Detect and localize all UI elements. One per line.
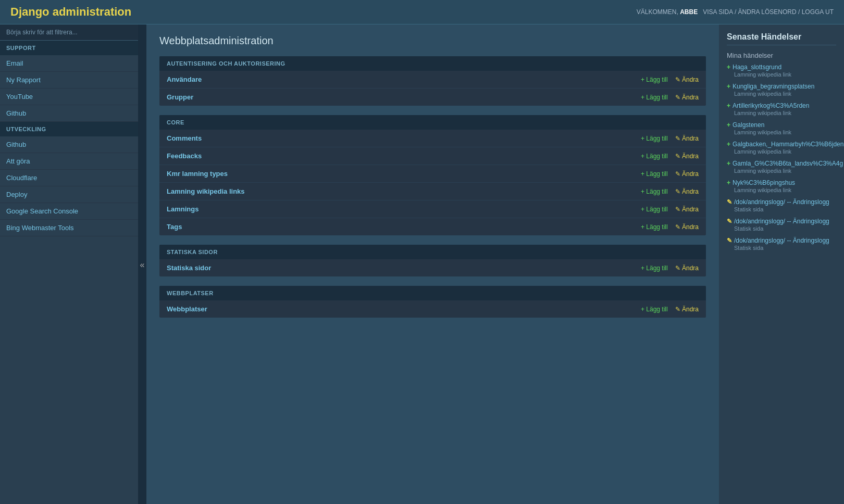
recent-title: Senaste Händelser	[727, 32, 836, 45]
lamning-wikipedia-links-edit-link[interactable]: ✎ Ändra	[675, 188, 699, 195]
grupper-add-link[interactable]: + Lägg till	[641, 94, 668, 101]
lamnings-actions: + Lägg till ✎ Ändra	[641, 206, 699, 213]
comments-edit-link[interactable]: ✎ Ändra	[675, 135, 699, 142]
statiska-sidor-edit-link[interactable]: ✎ Ändra	[675, 264, 699, 272]
kmr-lamning-types-actions: + Lägg till ✎ Ändra	[641, 170, 699, 178]
andra-losenord-link[interactable]: ÄNDRA LÖSENORD	[738, 8, 797, 16]
recent-item-sub-8: Statisk sida	[734, 206, 836, 212]
feedbacks-edit-link[interactable]: ✎ Ändra	[675, 153, 699, 160]
logga-ut-link[interactable]: LOGGA UT	[802, 8, 834, 16]
my-actions-title: Mina händelser	[727, 52, 836, 59]
sidebar-item-deploy[interactable]: Deploy	[0, 186, 138, 203]
statiska-sidor-actions: + Lägg till ✎ Ändra	[641, 264, 699, 272]
recent-item-name-2: Kungliga_begravningsplatsen	[733, 83, 814, 90]
sidebar-item-cloudflare[interactable]: Cloudflare	[0, 170, 138, 186]
webbplatser-edit-link[interactable]: ✎ Ändra	[675, 306, 699, 313]
anvandare-actions: + Lägg till ✎ Ändra	[641, 76, 699, 83]
lamnings-label[interactable]: Lamnings	[167, 205, 198, 213]
row-webbplatser: Webbplatser + Lägg till ✎ Ändra	[159, 300, 706, 318]
recent-item-sub-6: Lamning wikipedia link	[734, 168, 836, 174]
add-icon-3: +	[727, 102, 730, 109]
lamning-wikipedia-links-label[interactable]: Lamning wikipedia links	[167, 187, 245, 195]
add-icon-7: +	[727, 179, 730, 186]
grupper-label[interactable]: Grupper	[167, 93, 193, 101]
recent-item-link-7[interactable]: + Nyk%C3%B6pingshus	[727, 179, 836, 186]
webbplatser-add-link[interactable]: + Lägg till	[641, 306, 668, 313]
recent-item-sub-2: Lamning wikipedia link	[734, 91, 836, 97]
recent-item-name-3: Artillerikyrkog%C3%A5rden	[733, 102, 809, 109]
recent-item-sub-7: Lamning wikipedia link	[734, 187, 836, 193]
tags-edit-link[interactable]: ✎ Ändra	[675, 223, 699, 231]
recent-item-link-5[interactable]: + Galgbacken,_Hammarbyh%C3%B6jden	[727, 141, 836, 148]
username: ABBE	[680, 8, 698, 16]
sidebar-item-youtube[interactable]: YouTube	[0, 89, 138, 105]
statiska-sidor-label[interactable]: Statiska sidor	[167, 264, 211, 272]
filter-input[interactable]	[0, 24, 138, 41]
comments-add-link[interactable]: + Lägg till	[641, 135, 668, 142]
edit-icon-10: ✎	[727, 237, 732, 244]
add-icon-1: +	[727, 64, 730, 71]
section-statiska: STATISKA SIDOR Statiska sidor + Lägg til…	[159, 245, 706, 276]
feedbacks-add-link[interactable]: + Lägg till	[641, 153, 668, 160]
anvandare-edit-link[interactable]: ✎ Ändra	[675, 76, 699, 83]
recent-item-link-10[interactable]: ✎ /dok/andringslogg/ -- Ändringslogg	[727, 237, 836, 244]
kmr-lamning-types-edit-link[interactable]: ✎ Ändra	[675, 170, 699, 178]
recent-item-name-5: Galgbacken,_Hammarbyh%C3%B6jden	[733, 141, 843, 148]
tags-add-link[interactable]: + Lägg till	[641, 223, 668, 231]
recent-item-link-8[interactable]: ✎ /dok/andringslogg/ -- Ändringslogg	[727, 198, 836, 206]
recent-item-link-2[interactable]: + Kungliga_begravningsplatsen	[727, 83, 836, 90]
recent-item-name-1: Haga_slottsgrund	[733, 64, 781, 71]
sidebar-item-ny-rapport[interactable]: Ny Rapport	[0, 72, 138, 89]
add-icon-5: +	[727, 141, 730, 148]
feedbacks-label[interactable]: Feedbacks	[167, 152, 202, 160]
recent-item-5: + Galgbacken,_Hammarbyh%C3%B6jden Lamnin…	[727, 141, 836, 155]
sidebar-item-github-support[interactable]: Github	[0, 105, 138, 122]
kmr-lamning-types-add-link[interactable]: + Lägg till	[641, 170, 668, 178]
sidebar-item-github-dev[interactable]: Github	[0, 136, 138, 153]
recent-item-link-9[interactable]: ✎ /dok/andringslogg/ -- Ändringslogg	[727, 218, 836, 225]
recent-item-9: ✎ /dok/andringslogg/ -- Ändringslogg Sta…	[727, 218, 836, 232]
recent-item-link-6[interactable]: + Gamla_G%C3%B6ta_landsv%C3%A4g	[727, 160, 836, 167]
site-title: Django administration	[10, 5, 131, 19]
recent-item-link-1[interactable]: + Haga_slottsgrund	[727, 64, 836, 71]
recent-item-sub-4: Lamning wikipedia link	[734, 129, 836, 135]
row-lamnings: Lamnings + Lägg till ✎ Ändra	[159, 200, 706, 218]
row-tags: Tags + Lägg till ✎ Ändra	[159, 218, 706, 235]
lamnings-add-link[interactable]: + Lägg till	[641, 206, 668, 213]
kmr-lamning-types-label[interactable]: Kmr lamning types	[167, 170, 228, 178]
grupper-edit-link[interactable]: ✎ Ändra	[675, 94, 699, 101]
recent-item-3: + Artillerikyrkog%C3%A5rden Lamning wiki…	[727, 102, 836, 116]
recent-item-link-3[interactable]: + Artillerikyrkog%C3%A5rden	[727, 102, 836, 109]
lamning-wikipedia-links-add-link[interactable]: + Lägg till	[641, 188, 668, 195]
add-icon-6: +	[727, 160, 730, 167]
sidebar-collapse-button[interactable]: «	[138, 24, 146, 504]
recent-item-name-9: /dok/andringslogg/ -- Ändringslogg	[734, 218, 829, 225]
recent-item-sub-1: Lamning wikipedia link	[734, 71, 836, 78]
recent-item-name-7: Nyk%C3%B6pingshus	[733, 179, 795, 186]
row-grupper: Grupper + Lägg till ✎ Ändra	[159, 89, 706, 106]
recent-item-10: ✎ /dok/andringslogg/ -- Ändringslogg Sta…	[727, 237, 836, 251]
sidebar-item-google-search-console[interactable]: Google Search Console	[0, 203, 138, 220]
comments-actions: + Lägg till ✎ Ändra	[641, 135, 699, 142]
row-anvandare: Användare + Lägg till ✎ Ändra	[159, 71, 706, 89]
recent-item-sub-5: Lamning wikipedia link	[734, 148, 836, 155]
sidebar-item-bing-webmaster-tools[interactable]: Bing Webmaster Tools	[0, 220, 138, 236]
tags-label[interactable]: Tags	[167, 223, 182, 231]
recent-item-name-4: Galgstenen	[733, 121, 764, 129]
page-title: Webbplatsadministration	[159, 35, 706, 47]
recent-item-7: + Nyk%C3%B6pingshus Lamning wikipedia li…	[727, 179, 836, 193]
recent-item-link-4[interactable]: + Galgstenen	[727, 121, 836, 129]
recent-item-4: + Galgstenen Lamning wikipedia link	[727, 121, 836, 135]
main-content: Webbplatsadministration AUTENTISERING OC…	[146, 24, 719, 504]
feedbacks-actions: + Lägg till ✎ Ändra	[641, 153, 699, 160]
anvandare-label[interactable]: Användare	[167, 75, 202, 83]
webbplatser-label[interactable]: Webbplatser	[167, 305, 207, 313]
comments-label[interactable]: Comments	[167, 134, 202, 142]
visa-sida-link[interactable]: VISA SIDA	[703, 8, 733, 16]
welcome-text: VÄLKOMMEN,	[637, 8, 678, 16]
lamnings-edit-link[interactable]: ✎ Ändra	[675, 206, 699, 213]
sidebar-item-att-gora[interactable]: Att göra	[0, 153, 138, 170]
sidebar-item-email[interactable]: Email	[0, 55, 138, 72]
statiska-sidor-add-link[interactable]: + Lägg till	[641, 264, 668, 272]
anvandare-add-link[interactable]: + Lägg till	[641, 76, 668, 83]
